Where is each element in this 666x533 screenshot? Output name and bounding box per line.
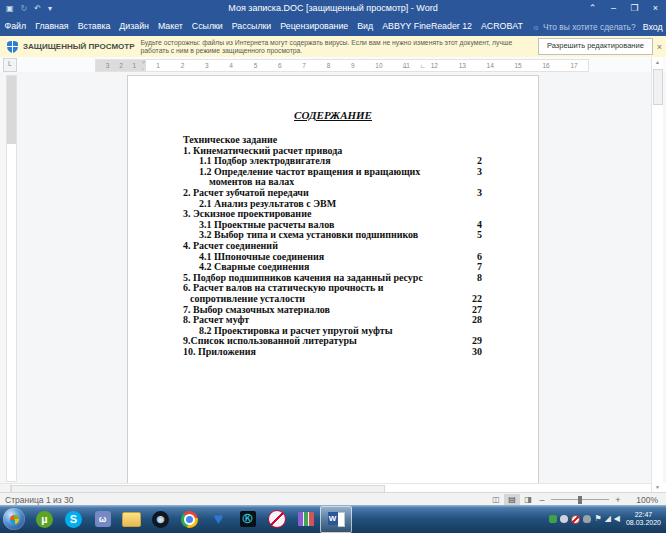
folder-icon (122, 512, 141, 527)
taskbar-skype-icon[interactable]: S (59, 507, 88, 532)
protected-view-banner: ЗАЩИЩЕННЫЙ ПРОСМОТР Будьте осторожны: фа… (0, 36, 666, 58)
status-bar: Страница 1 из 30 ◫ ▤ ◨ – + 100% (0, 492, 666, 506)
toc-entry-text: 1.2 Определение частот вращения и вращаю… (199, 166, 420, 177)
zoom-out-icon[interactable]: – (536, 495, 548, 505)
toc-entry-text: 2. Расчет зубчатой передачи (183, 187, 309, 198)
taskbar-utorrent-icon[interactable]: µ (30, 507, 59, 532)
utorrent-icon: µ (36, 511, 53, 528)
taskbar-steam-icon[interactable]: ◉ (146, 507, 175, 532)
taskbar-chrome-icon[interactable] (175, 507, 204, 532)
redo-icon[interactable]: ↻ (21, 0, 28, 17)
enable-editing-button[interactable]: Разрешить редактирование (538, 38, 653, 55)
toc-entry-text: 3. Эскизное проектирование (183, 208, 311, 219)
tab-stop-icon[interactable]: ∟ (420, 62, 426, 70)
sign-in-button[interactable]: Вход (636, 22, 666, 32)
ribbon-tab[interactable]: Вид (353, 17, 378, 36)
ribbon-tab[interactable]: Макет (153, 17, 187, 36)
taskbar-heart-icon[interactable]: ♥ (204, 507, 233, 532)
customize-toolbar-icon[interactable]: ▾ (48, 0, 52, 17)
zoom-slider-thumb[interactable] (578, 496, 582, 504)
clock-date: 08.03.2020 (626, 519, 661, 527)
taskbar-kmplayer-icon[interactable]: Ⓚ (233, 507, 262, 532)
taskbar-blocked-app-icon[interactable] (262, 507, 291, 532)
toc-entry-text: Техническое задание (183, 134, 277, 145)
vertical-scrollbar[interactable]: ▲ ▼ (651, 57, 663, 492)
protected-view-label: ЗАЩИЩЕННЫЙ ПРОСМОТР (23, 42, 135, 51)
title-bar: ▣ ↻ ↶ ▾ Моя записка.DOC [защищенный прос… (0, 0, 666, 17)
window-controls: ⌃ – ❐ × (582, 0, 666, 17)
ribbon-tab-bar: ФайлГлавнаяВставкаДизайнМакетСсылкиРассы… (0, 17, 666, 36)
tray-icon[interactable] (560, 515, 568, 523)
zoom-level[interactable]: 100% (626, 495, 658, 505)
action-center-icon[interactable]: ⚑ (594, 514, 601, 524)
restore-button[interactable]: ❐ (624, 0, 645, 17)
start-button[interactable] (3, 508, 25, 530)
toc-page-number: 28 (456, 315, 482, 326)
scroll-down-icon[interactable]: ▼ (652, 482, 663, 492)
first-line-indent-marker[interactable]: ▿ (142, 59, 145, 65)
ruler-number: 8 (327, 60, 331, 71)
network-icon[interactable]: ◢ (605, 514, 611, 524)
toc-page-number: 5 (456, 230, 482, 241)
banner-close-icon[interactable]: × (653, 42, 666, 52)
tray-icon[interactable] (549, 515, 557, 523)
ribbon-tab[interactable]: Ссылки (187, 17, 227, 36)
ruler-row: L 321 1234567891011121314151617 ∟ ∟ ▿ ▫ (0, 57, 666, 72)
scroll-up-icon[interactable]: ▲ (652, 57, 663, 67)
ruler-main-section: 1234567891011121314151617 (146, 60, 588, 71)
heart-icon: ♥ (214, 511, 224, 527)
vertical-scrollbar-thumb[interactable] (653, 69, 663, 105)
ribbon-tab[interactable]: Главная (31, 17, 73, 36)
ribbon-tab[interactable]: Вставка (73, 17, 115, 36)
taskbar: µ S ω ◉ ♥ Ⓚ W ⚑ ◢ ◀ 22:47 08.03.2020 (0, 505, 666, 533)
page-indicator[interactable]: Страница 1 из 30 (5, 495, 73, 505)
toc-entry-text: 8. Расчет муфт (183, 314, 249, 325)
ruler-number: 3 (106, 60, 110, 71)
zoom-slider[interactable] (551, 499, 609, 500)
window-title: Моя записка.DOC [защищенный просмотр] - … (0, 0, 666, 17)
toc-page-number: 8 (456, 273, 482, 284)
taskbar-winrar-icon[interactable] (291, 507, 320, 532)
taskbar-clock[interactable]: 22:47 08.03.2020 (626, 511, 661, 527)
zoom-in-icon[interactable]: + (612, 495, 624, 505)
ruler-number: 2 (181, 60, 185, 71)
close-button[interactable]: × (645, 0, 666, 17)
ribbon-tab[interactable]: ABBYY FineReader 12 (378, 17, 477, 36)
web-layout-icon[interactable]: ◨ (520, 494, 536, 506)
word-logo-page (338, 512, 345, 527)
tab-selector[interactable]: L (3, 58, 17, 72)
taskbar-discord-icon[interactable]: ω (88, 507, 117, 532)
taskbar-word-icon[interactable]: W (320, 506, 352, 533)
toc-entry-text: 8.2 Проектировка и расчет упругой муфты (199, 325, 393, 336)
word-logo-letter: W (328, 512, 338, 525)
tab-stop-icon[interactable]: ∟ (402, 62, 408, 70)
ruler-number: 15 (515, 60, 522, 71)
ribbon-tab[interactable]: Дизайн (115, 17, 154, 36)
tell-me-label: Что вы хотите сделать? (543, 22, 636, 32)
ribbon-tab[interactable]: Рассылки (227, 17, 275, 36)
steam-icon: ◉ (152, 511, 169, 528)
toc-page-number: 3 (456, 167, 482, 178)
read-mode-icon[interactable]: ◫ (488, 494, 504, 506)
system-tray: ⚑ ◢ ◀ 22:47 08.03.2020 (549, 511, 666, 527)
ribbon-tab[interactable]: Файл (0, 17, 31, 36)
document-page[interactable]: СОДЕРЖАНИЕ Техническое задание 1. Кинема… (127, 75, 539, 483)
ruler-number: 4 (229, 60, 233, 71)
ribbon-tab[interactable]: ACROBAT (476, 17, 527, 36)
ruler-number: 2 (119, 60, 123, 71)
windows-flag-icon (10, 515, 19, 524)
toc-entry-text: моментов на валах (209, 176, 294, 187)
volume-icon[interactable]: ◀ (614, 514, 620, 524)
tell-me-box[interactable]: ☼ Что вы хотите сделать? (532, 22, 635, 32)
ribbon-tab[interactable]: Рецензирование (276, 17, 353, 36)
tray-icon[interactable] (583, 515, 591, 523)
toc-entry-text: 2.1 Анализ результатов с ЭВМ (199, 198, 336, 209)
ruler-number: 10 (375, 60, 382, 71)
undo-icon[interactable]: ↶ (34, 0, 41, 17)
print-layout-icon[interactable]: ▤ (504, 494, 520, 506)
ribbon-display-options-icon[interactable]: ⌃ (582, 0, 603, 17)
tray-icon[interactable] (571, 515, 580, 524)
taskbar-explorer-icon[interactable] (117, 507, 146, 532)
minimize-button[interactable]: – (603, 0, 624, 17)
save-icon[interactable]: ▣ (6, 0, 14, 17)
